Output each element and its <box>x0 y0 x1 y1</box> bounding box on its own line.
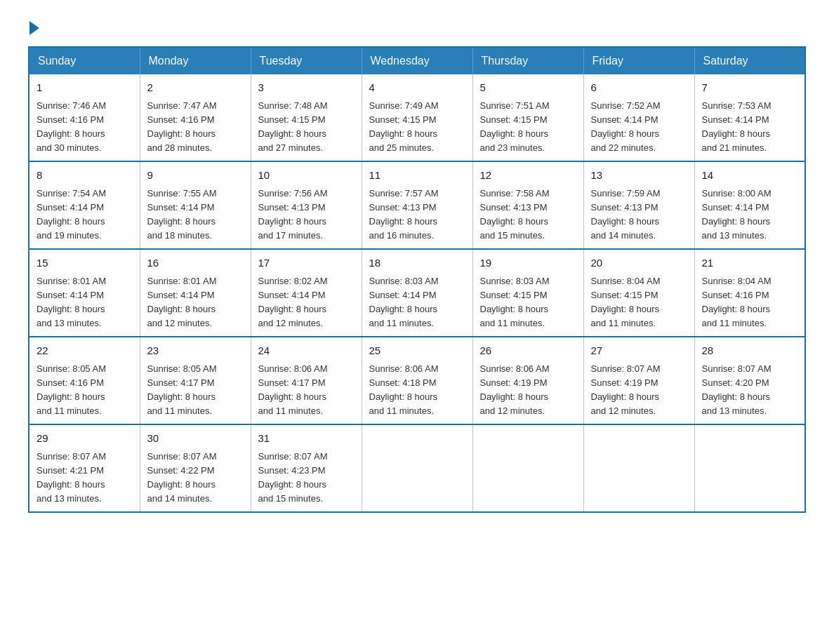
day-number: 4 <box>369 80 465 96</box>
calendar-cell: 7Sunrise: 7:53 AMSunset: 4:14 PMDaylight… <box>694 74 805 161</box>
calendar-cell: 24Sunrise: 8:06 AMSunset: 4:17 PMDayligh… <box>251 337 362 424</box>
day-number: 17 <box>258 255 355 271</box>
calendar-cell: 10Sunrise: 7:56 AMSunset: 4:13 PMDayligh… <box>251 161 362 249</box>
logo-wordmark <box>28 21 41 35</box>
calendar-table: SundayMondayTuesdayWednesdayThursdayFrid… <box>28 46 806 513</box>
calendar-cell: 1Sunrise: 7:46 AMSunset: 4:16 PMDaylight… <box>29 74 140 161</box>
day-info: Sunrise: 8:03 AMSunset: 4:15 PMDaylight:… <box>480 274 576 331</box>
day-info: Sunrise: 7:57 AMSunset: 4:13 PMDaylight:… <box>369 187 465 243</box>
logo <box>28 21 41 32</box>
calendar-cell: 28Sunrise: 8:07 AMSunset: 4:20 PMDayligh… <box>694 337 805 424</box>
calendar-cell: 13Sunrise: 7:59 AMSunset: 4:13 PMDayligh… <box>583 161 694 249</box>
day-number: 9 <box>147 168 244 184</box>
calendar-cell: 29Sunrise: 8:07 AMSunset: 4:21 PMDayligh… <box>29 424 140 512</box>
day-number: 6 <box>591 80 687 96</box>
calendar-week-row: 1Sunrise: 7:46 AMSunset: 4:16 PMDaylight… <box>29 74 805 161</box>
day-number: 28 <box>702 343 798 359</box>
day-number: 27 <box>591 343 687 359</box>
day-number: 25 <box>369 343 465 359</box>
column-header-wednesday: Wednesday <box>362 47 472 74</box>
day-number: 24 <box>258 343 355 359</box>
day-number: 10 <box>258 168 355 184</box>
day-info: Sunrise: 8:06 AMSunset: 4:17 PMDaylight:… <box>258 362 355 419</box>
column-header-friday: Friday <box>583 47 694 74</box>
day-number: 22 <box>37 343 133 359</box>
calendar-cell <box>583 424 694 512</box>
day-number: 31 <box>258 431 355 447</box>
day-info: Sunrise: 8:07 AMSunset: 4:22 PMDaylight:… <box>147 450 244 507</box>
day-info: Sunrise: 8:07 AMSunset: 4:19 PMDaylight:… <box>591 362 687 419</box>
day-number: 12 <box>480 168 576 184</box>
day-number: 11 <box>369 168 465 184</box>
day-info: Sunrise: 8:07 AMSunset: 4:23 PMDaylight:… <box>258 450 355 507</box>
calendar-cell: 23Sunrise: 8:05 AMSunset: 4:17 PMDayligh… <box>140 337 251 424</box>
day-info: Sunrise: 8:04 AMSunset: 4:16 PMDaylight:… <box>702 274 798 331</box>
calendar-cell: 18Sunrise: 8:03 AMSunset: 4:14 PMDayligh… <box>362 249 472 337</box>
day-info: Sunrise: 8:01 AMSunset: 4:14 PMDaylight:… <box>37 274 133 331</box>
calendar-week-row: 15Sunrise: 8:01 AMSunset: 4:14 PMDayligh… <box>29 249 805 337</box>
calendar-cell: 14Sunrise: 8:00 AMSunset: 4:14 PMDayligh… <box>694 161 805 249</box>
calendar-cell: 3Sunrise: 7:48 AMSunset: 4:15 PMDaylight… <box>251 74 362 161</box>
calendar-cell: 15Sunrise: 8:01 AMSunset: 4:14 PMDayligh… <box>29 249 140 337</box>
day-info: Sunrise: 7:46 AMSunset: 4:16 PMDaylight:… <box>37 99 133 156</box>
calendar-cell: 25Sunrise: 8:06 AMSunset: 4:18 PMDayligh… <box>362 337 472 424</box>
day-number: 15 <box>37 255 133 271</box>
day-number: 8 <box>37 168 133 184</box>
calendar-cell: 17Sunrise: 8:02 AMSunset: 4:14 PMDayligh… <box>251 249 362 337</box>
column-header-tuesday: Tuesday <box>251 47 362 74</box>
calendar-cell: 11Sunrise: 7:57 AMSunset: 4:13 PMDayligh… <box>362 161 472 249</box>
calendar-cell: 19Sunrise: 8:03 AMSunset: 4:15 PMDayligh… <box>472 249 583 337</box>
calendar-cell: 16Sunrise: 8:01 AMSunset: 4:14 PMDayligh… <box>140 249 251 337</box>
calendar-cell: 8Sunrise: 7:54 AMSunset: 4:14 PMDaylight… <box>29 161 140 249</box>
column-header-monday: Monday <box>140 47 251 74</box>
day-number: 30 <box>147 431 244 447</box>
day-number: 19 <box>480 255 576 271</box>
column-header-thursday: Thursday <box>472 47 583 74</box>
day-info: Sunrise: 7:59 AMSunset: 4:13 PMDaylight:… <box>591 187 687 243</box>
day-info: Sunrise: 8:06 AMSunset: 4:19 PMDaylight:… <box>480 362 576 419</box>
calendar-week-row: 29Sunrise: 8:07 AMSunset: 4:21 PMDayligh… <box>29 424 805 512</box>
day-info: Sunrise: 7:55 AMSunset: 4:14 PMDaylight:… <box>147 187 244 243</box>
day-info: Sunrise: 8:02 AMSunset: 4:14 PMDaylight:… <box>258 274 355 331</box>
day-info: Sunrise: 8:07 AMSunset: 4:21 PMDaylight:… <box>37 450 133 507</box>
column-header-saturday: Saturday <box>694 47 805 74</box>
calendar-cell <box>472 424 583 512</box>
day-number: 1 <box>37 80 133 96</box>
day-number: 14 <box>702 168 798 184</box>
calendar-cell: 2Sunrise: 7:47 AMSunset: 4:16 PMDaylight… <box>140 74 251 161</box>
calendar-header-row: SundayMondayTuesdayWednesdayThursdayFrid… <box>29 47 805 74</box>
day-info: Sunrise: 8:06 AMSunset: 4:18 PMDaylight:… <box>369 362 465 419</box>
day-info: Sunrise: 7:51 AMSunset: 4:15 PMDaylight:… <box>480 99 576 156</box>
calendar-cell: 6Sunrise: 7:52 AMSunset: 4:14 PMDaylight… <box>583 74 694 161</box>
logo-arrow-icon <box>29 21 39 35</box>
day-info: Sunrise: 7:47 AMSunset: 4:16 PMDaylight:… <box>147 99 244 156</box>
calendar-cell: 4Sunrise: 7:49 AMSunset: 4:15 PMDaylight… <box>362 74 472 161</box>
day-info: Sunrise: 8:00 AMSunset: 4:14 PMDaylight:… <box>702 187 798 243</box>
day-number: 13 <box>591 168 687 184</box>
day-info: Sunrise: 7:56 AMSunset: 4:13 PMDaylight:… <box>258 187 355 243</box>
day-number: 2 <box>147 80 244 96</box>
day-info: Sunrise: 7:48 AMSunset: 4:15 PMDaylight:… <box>258 99 355 156</box>
day-info: Sunrise: 8:05 AMSunset: 4:17 PMDaylight:… <box>147 362 244 419</box>
day-info: Sunrise: 7:52 AMSunset: 4:14 PMDaylight:… <box>591 99 687 156</box>
calendar-week-row: 22Sunrise: 8:05 AMSunset: 4:16 PMDayligh… <box>29 337 805 424</box>
calendar-cell: 26Sunrise: 8:06 AMSunset: 4:19 PMDayligh… <box>472 337 583 424</box>
calendar-cell <box>694 424 805 512</box>
day-number: 26 <box>480 343 576 359</box>
calendar-cell: 27Sunrise: 8:07 AMSunset: 4:19 PMDayligh… <box>583 337 694 424</box>
day-info: Sunrise: 7:54 AMSunset: 4:14 PMDaylight:… <box>37 187 133 243</box>
day-number: 3 <box>258 80 355 96</box>
calendar-cell: 30Sunrise: 8:07 AMSunset: 4:22 PMDayligh… <box>140 424 251 512</box>
day-number: 29 <box>37 431 133 447</box>
calendar-cell: 20Sunrise: 8:04 AMSunset: 4:15 PMDayligh… <box>583 249 694 337</box>
day-number: 7 <box>702 80 798 96</box>
calendar-week-row: 8Sunrise: 7:54 AMSunset: 4:14 PMDaylight… <box>29 161 805 249</box>
day-info: Sunrise: 7:58 AMSunset: 4:13 PMDaylight:… <box>480 187 576 243</box>
calendar-cell: 21Sunrise: 8:04 AMSunset: 4:16 PMDayligh… <box>694 249 805 337</box>
day-info: Sunrise: 7:49 AMSunset: 4:15 PMDaylight:… <box>369 99 465 156</box>
day-info: Sunrise: 7:53 AMSunset: 4:14 PMDaylight:… <box>702 99 798 156</box>
day-info: Sunrise: 8:03 AMSunset: 4:14 PMDaylight:… <box>369 274 465 331</box>
day-number: 21 <box>702 255 798 271</box>
day-info: Sunrise: 8:01 AMSunset: 4:14 PMDaylight:… <box>147 274 244 331</box>
day-info: Sunrise: 8:04 AMSunset: 4:15 PMDaylight:… <box>591 274 687 331</box>
